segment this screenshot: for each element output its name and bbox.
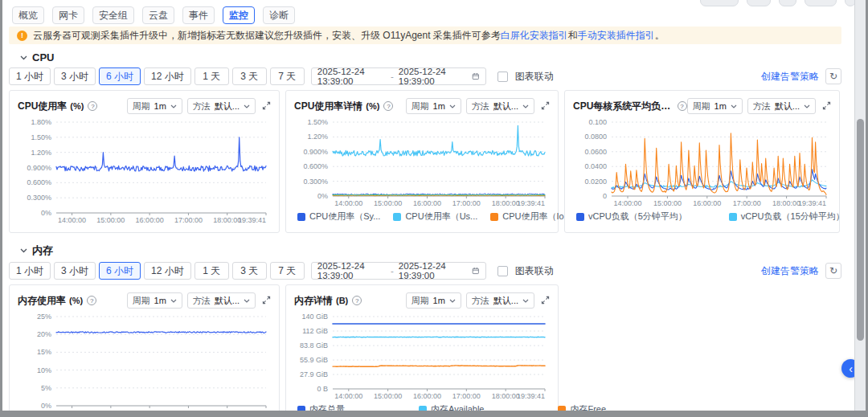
collapse-panel-button[interactable]: ‹ xyxy=(841,359,854,378)
create-alarm-policy-link[interactable]: 创建告警策略 xyxy=(761,264,819,278)
svg-text:15:00:00: 15:00:00 xyxy=(374,199,402,207)
chevron-down-icon xyxy=(244,104,250,108)
svg-text:0.900%: 0.900% xyxy=(27,164,51,172)
cpu-usage-card: CPU使用率 (%) ? 周期 1m 方法 默认... xyxy=(9,90,280,233)
tab-security-group[interactable]: 安全组 xyxy=(92,6,134,24)
svg-text:14:00:00: 14:00:00 xyxy=(614,199,642,207)
tab-network-card[interactable]: 网卡 xyxy=(52,6,84,24)
date-end: 2025-12-24 19:39:00 xyxy=(399,261,467,280)
svg-text:140 GiB: 140 GiB xyxy=(301,313,328,321)
create-alarm-policy-link[interactable]: 创建告警策略 xyxy=(761,70,819,84)
time-range-button-active[interactable]: 6 小时 xyxy=(99,67,141,85)
expand-chart-icon[interactable] xyxy=(541,293,550,308)
svg-text:14:00:00: 14:00:00 xyxy=(334,199,362,207)
svg-text:0.600%: 0.600% xyxy=(27,178,51,186)
collapse-chevron-icon xyxy=(20,55,27,60)
tab-events[interactable]: 事件 xyxy=(182,6,215,24)
cutoff-toolbar-pills xyxy=(700,0,854,6)
period-select[interactable]: 周期 1m xyxy=(127,98,182,114)
legend-item[interactable]: 内存总量 xyxy=(297,403,345,411)
method-label: 方法 xyxy=(193,295,211,307)
time-range-button[interactable]: 1 小时 xyxy=(9,67,51,85)
time-range-button[interactable]: 3 小时 xyxy=(54,262,96,280)
period-value: 1m xyxy=(154,101,166,111)
time-range-button[interactable]: 7 天 xyxy=(270,67,305,85)
legend-item[interactable]: 内存Available xyxy=(419,403,484,411)
date-range-picker[interactable]: 2025-12-24 13:39:00 - 2025-12-24 19:39:0… xyxy=(311,67,486,85)
chart-title: CPU每核系统平均负载(仅支持linux操作系统) xyxy=(573,100,674,113)
help-icon[interactable]: ? xyxy=(88,101,97,111)
method-select[interactable]: 方法 默认... xyxy=(187,292,256,309)
legend-item[interactable]: vCPU负载（5分钟平均） xyxy=(576,211,687,223)
help-icon[interactable]: ? xyxy=(678,101,687,111)
svg-text:0.0600: 0.0600 xyxy=(584,148,607,156)
legend-item[interactable]: CPU使用率（Sy... xyxy=(297,211,380,223)
scrollbar-thumb[interactable] xyxy=(857,119,864,341)
manual-install-guide-link[interactable]: 手动安装插件指引 xyxy=(578,29,655,43)
date-separator: - xyxy=(391,72,394,81)
memory-detail-card: 内存详情 (B) ? 周期 1m 方法 默认... xyxy=(285,284,559,411)
time-range-button[interactable]: 3 天 xyxy=(232,67,267,85)
legend-item[interactable]: CPU使用率（Us... xyxy=(393,211,477,223)
expand-chart-icon[interactable] xyxy=(541,99,550,113)
warning-icon: ! xyxy=(17,31,27,41)
tab-monitoring[interactable]: 监控 xyxy=(223,6,255,24)
svg-text:1.50%: 1.50% xyxy=(31,133,51,141)
chart-linkage-checkbox[interactable] xyxy=(497,266,508,276)
chart-linkage-label: 图表联动 xyxy=(515,70,554,84)
svg-text:1.20%: 1.20% xyxy=(307,133,328,141)
period-select[interactable]: 周期 1m xyxy=(406,98,461,114)
expand-chart-icon[interactable] xyxy=(262,293,271,308)
time-range-button[interactable]: 7 天 xyxy=(270,262,305,280)
memory-section-header[interactable]: 内存 xyxy=(20,243,854,258)
method-select[interactable]: 方法 默认... xyxy=(466,98,534,114)
expand-chart-icon[interactable] xyxy=(822,99,831,113)
method-select[interactable]: 方法 默认... xyxy=(747,98,816,114)
help-icon[interactable]: ? xyxy=(352,296,362,305)
legend-swatch xyxy=(558,406,566,411)
section-title: 内存 xyxy=(32,243,53,258)
legend-item[interactable]: vCPU负载（15分钟平均） xyxy=(729,211,845,223)
time-range-button-active[interactable]: 6 小时 xyxy=(99,262,141,280)
svg-text:0.0200: 0.0200 xyxy=(584,178,607,186)
period-select[interactable]: 周期 1m xyxy=(687,98,743,114)
tab-overview[interactable]: 概览 xyxy=(12,6,44,24)
expand-chart-icon[interactable] xyxy=(262,99,271,113)
period-select[interactable]: 周期 1m xyxy=(406,292,461,309)
help-icon[interactable]: ? xyxy=(383,101,393,111)
time-range-button[interactable]: 1 天 xyxy=(194,262,229,280)
legend-item[interactable]: 内存Free xyxy=(558,403,606,411)
method-label: 方法 xyxy=(753,100,771,112)
page-scrollbar[interactable] xyxy=(854,0,866,411)
chart-unit: (%) xyxy=(69,296,83,305)
svg-text:14:00:00: 14:00:00 xyxy=(58,409,86,411)
help-icon[interactable]: ? xyxy=(87,296,96,305)
tab-diagnosis[interactable]: 诊断 xyxy=(263,6,295,24)
legend-item[interactable]: CPU使用率（Io... xyxy=(490,211,571,223)
date-range-picker[interactable]: 2025-12-24 13:39:00 - 2025-12-24 19:39:0… xyxy=(311,262,486,280)
method-select[interactable]: 方法 默认... xyxy=(187,98,256,114)
svg-text:0.300%: 0.300% xyxy=(303,178,328,186)
time-range-button[interactable]: 1 小时 xyxy=(9,262,51,280)
chart-linkage-checkbox[interactable] xyxy=(497,72,508,82)
time-range-button[interactable]: 3 小时 xyxy=(54,67,96,85)
time-range-button[interactable]: 1 天 xyxy=(194,67,229,85)
time-range-button[interactable]: 12 小时 xyxy=(144,262,191,280)
time-range-button[interactable]: 12 小时 xyxy=(144,67,191,85)
method-label: 方法 xyxy=(472,100,489,112)
method-select[interactable]: 方法 默认... xyxy=(466,292,534,309)
chart-unit: (B) xyxy=(336,296,348,305)
period-select[interactable]: 周期 1m xyxy=(127,292,182,309)
refresh-button[interactable]: ↻ xyxy=(825,263,841,279)
pill xyxy=(845,0,854,6)
time-range-button[interactable]: 3 天 xyxy=(232,262,267,280)
tab-cloud-disk[interactable]: 云盘 xyxy=(142,6,174,24)
cpu-section-header[interactable]: CPU xyxy=(20,51,854,63)
chart-title: CPU使用率 xyxy=(18,100,67,113)
chevron-down-icon xyxy=(244,299,250,303)
refresh-button[interactable]: ↻ xyxy=(825,68,841,84)
install-guide-link[interactable]: 白屏化安装指引 xyxy=(501,29,568,43)
svg-text:0 B: 0 B xyxy=(317,385,328,393)
chart-title: 内存使用率 xyxy=(18,294,66,308)
svg-text:18:00:00: 18:00:00 xyxy=(492,199,520,207)
